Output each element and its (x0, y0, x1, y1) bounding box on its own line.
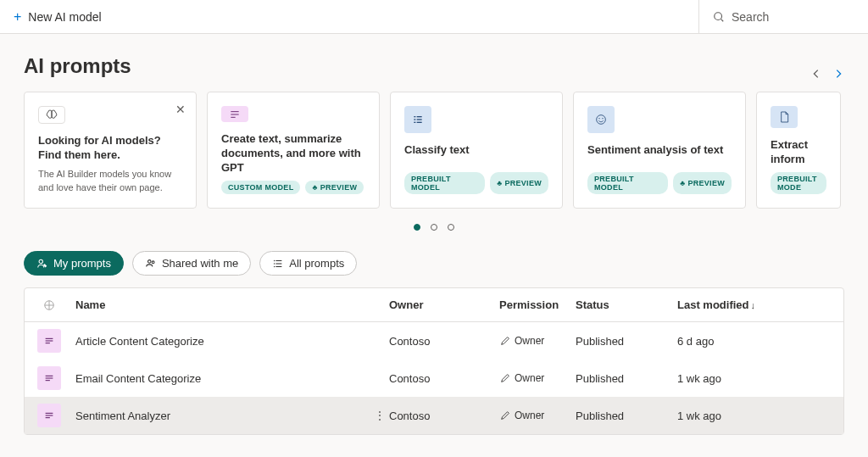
svg-rect-10 (417, 122, 422, 123)
plus-icon: + (14, 9, 21, 25)
svg-point-11 (597, 115, 606, 125)
card-desc: The AI Builder models you know and love … (38, 168, 182, 194)
list-icon (272, 258, 284, 270)
tab-shared[interactable]: Shared with me (132, 251, 251, 276)
row-permission: Owner (494, 372, 570, 384)
svg-point-22 (274, 265, 275, 266)
svg-line-1 (721, 19, 724, 21)
card-gpt[interactable]: Create text, summarize documents, and mo… (207, 92, 380, 209)
dot-1[interactable] (414, 224, 420, 231)
row-name: Sentiment Analyzer (70, 410, 384, 422)
badge-preview: ♣PREVIEW (305, 181, 364, 194)
svg-point-21 (274, 263, 275, 264)
card-title: Extract inform (771, 138, 826, 167)
new-ai-model-label: New AI model (28, 10, 101, 24)
card-info[interactable]: ✕ Looking for AI models? Find them here.… (24, 92, 197, 209)
card-title: Sentiment analysis of text (587, 143, 732, 158)
people-icon (145, 258, 157, 270)
column-icon[interactable] (28, 299, 70, 311)
text-lines-icon (37, 329, 61, 353)
pencil-icon (499, 410, 511, 421)
search-icon (713, 11, 725, 23)
search-input[interactable]: Search (698, 0, 868, 33)
row-owner: Contoso (384, 335, 494, 348)
globe-half-icon (43, 299, 55, 311)
column-permission[interactable]: Permission (494, 298, 570, 311)
table-row[interactable]: Email Content Categorize Contoso Owner P… (25, 359, 843, 397)
carousel-prev-button[interactable] (810, 68, 822, 82)
svg-rect-9 (414, 122, 415, 123)
svg-point-14 (39, 259, 42, 263)
svg-point-20 (274, 259, 275, 260)
new-ai-model-button[interactable]: + New AI model (0, 0, 115, 33)
badge-preview: ♣PREVIEW (673, 172, 732, 194)
card-sentiment[interactable]: Sentiment analysis of text PREBUILT MODE… (573, 92, 746, 209)
row-permission: Owner (494, 410, 570, 421)
column-last-modified[interactable]: Last modified↓ (672, 298, 825, 311)
tab-all[interactable]: All prompts (259, 251, 357, 276)
svg-rect-5 (414, 116, 415, 117)
row-modified: 1 wk ago (672, 372, 825, 385)
chevron-left-icon (810, 68, 822, 80)
dot-2[interactable] (431, 224, 437, 231)
sort-down-icon: ↓ (751, 300, 756, 310)
prompts-table: Name Owner Permission Status Last modifi… (24, 287, 844, 435)
text-lines-icon (221, 106, 248, 122)
text-lines-icon (37, 366, 61, 390)
close-icon[interactable]: ✕ (175, 103, 186, 116)
top-bar: + New AI model Search (0, 0, 868, 34)
svg-rect-7 (414, 119, 415, 120)
column-owner[interactable]: Owner (384, 298, 494, 311)
document-icon (771, 106, 798, 128)
search-placeholder: Search (732, 10, 769, 24)
badge-prebuilt: PREBUILT MODE (771, 172, 826, 194)
row-modified: 6 d ago (672, 335, 825, 348)
row-name: Email Content Categorize (70, 372, 384, 385)
column-status[interactable]: Status (570, 298, 672, 311)
row-owner: Contoso (384, 372, 494, 385)
person-edit-icon (36, 258, 48, 270)
svg-point-15 (147, 259, 151, 263)
pencil-icon (499, 372, 511, 384)
smile-icon (587, 106, 615, 133)
brain-icon (38, 106, 65, 124)
svg-rect-6 (417, 116, 422, 117)
svg-point-0 (715, 12, 722, 20)
page-title: AI prompts (24, 54, 844, 78)
card-title: Create text, summarize documents, and mo… (221, 132, 365, 176)
column-name[interactable]: Name (70, 298, 384, 311)
svg-point-13 (602, 118, 603, 119)
filter-tabs: My prompts Shared with me All prompts (24, 251, 844, 276)
card-title: Looking for AI models? Find them here. (38, 134, 182, 163)
table-row[interactable]: Article Content Categorize Contoso Owner… (25, 322, 843, 359)
dot-3[interactable] (448, 224, 454, 231)
tab-my-prompts[interactable]: My prompts (24, 251, 124, 276)
card-classify[interactable]: Classify text PREBUILT MODEL ♣PREVIEW (390, 92, 563, 209)
row-permission: Owner (494, 335, 570, 347)
row-modified: 1 wk ago (672, 410, 825, 422)
badge-prebuilt: PREBUILT MODEL (587, 172, 668, 194)
card-extract[interactable]: Extract inform PREBUILT MODE (756, 92, 841, 209)
row-status: Published (570, 372, 672, 385)
pencil-icon (499, 335, 511, 347)
tab-label: Shared with me (162, 257, 238, 270)
tab-label: All prompts (289, 257, 344, 270)
row-more-button[interactable]: ⋮ (374, 409, 386, 422)
table-row[interactable]: Sentiment Analyzer ⋮ Contoso Owner Publi… (25, 397, 843, 434)
list-grid-icon (404, 106, 431, 133)
badge-preview: ♣PREVIEW (490, 172, 548, 194)
card-carousel: ✕ Looking for AI models? Find them here.… (24, 92, 844, 209)
carousel-dots (24, 224, 844, 231)
card-title: Classify text (404, 143, 548, 158)
svg-point-12 (598, 118, 599, 119)
tab-label: My prompts (53, 257, 111, 270)
text-lines-icon (37, 404, 61, 427)
svg-point-16 (152, 260, 154, 263)
badge-custom: CUSTOM MODEL (221, 181, 300, 194)
row-status: Published (570, 335, 672, 348)
chevron-right-icon (832, 68, 844, 80)
row-owner: Contoso (384, 410, 494, 422)
carousel-next-button[interactable] (832, 68, 844, 82)
row-status: Published (570, 410, 672, 422)
badge-prebuilt: PREBUILT MODEL (404, 172, 485, 194)
